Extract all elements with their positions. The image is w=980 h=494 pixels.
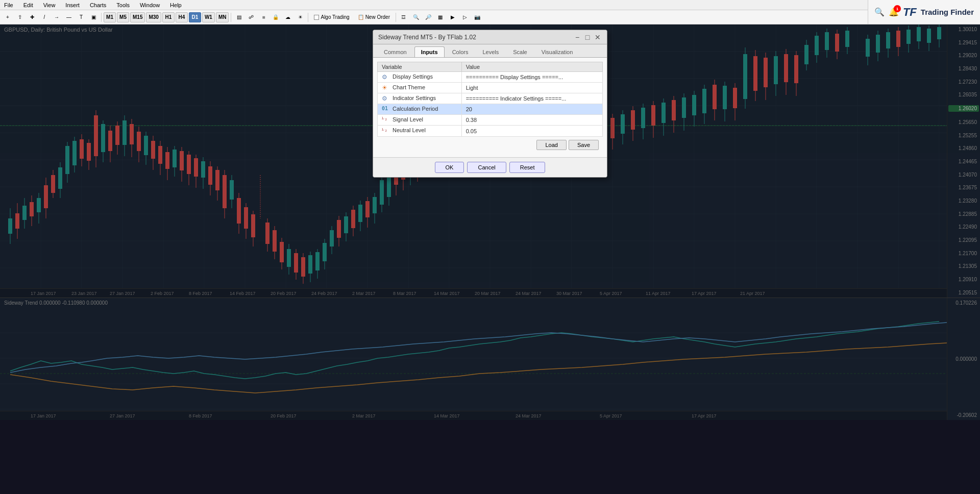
val-chart-theme: Light [461, 83, 602, 93]
menu-view[interactable]: View [41, 2, 58, 8]
tf-m5[interactable]: M5 [117, 12, 129, 22]
new-chart-btn[interactable]: + [2, 12, 13, 23]
sep3 [308, 13, 308, 22]
new-order-label: New Order [365, 14, 390, 20]
var-display-settings: ⚙ Display Settings [378, 72, 462, 83]
zoom-in-btn[interactable]: 🔍 [410, 12, 422, 23]
tab-levels[interactable]: Levels [476, 46, 505, 57]
modal-minimize-btn[interactable]: − [573, 33, 581, 41]
scroll-btn[interactable]: ▶ [447, 12, 458, 23]
modal-controls: − □ ✕ [573, 33, 602, 41]
col-value: Value [461, 62, 602, 72]
tf-m15[interactable]: M15 [130, 12, 145, 22]
tf-m30[interactable]: M30 [146, 12, 161, 22]
var-signal-level: ⅟₂ Signal Level [378, 115, 462, 126]
table-row[interactable]: ⅟₂ Signal Level 0.38 [378, 115, 603, 126]
color-btn[interactable]: ■ [258, 12, 269, 23]
val-signal-level: 0.38 [461, 115, 602, 126]
logo-text: Trading Finder [921, 8, 974, 16]
calc-icon: 01 [382, 106, 389, 113]
table-row[interactable]: ☀ Chart Theme Light [378, 83, 603, 93]
scroll2-btn[interactable]: ▷ [459, 12, 471, 23]
var-indicator-settings: ⚙ Indicator Settings [378, 93, 462, 104]
menu-edit[interactable]: Edit [21, 2, 35, 8]
menu-help[interactable]: Help [168, 2, 184, 8]
algo-trading-btn[interactable]: Algo Trading [310, 12, 353, 23]
sep4 [396, 13, 396, 22]
menu-insert[interactable]: Insert [63, 2, 82, 8]
menu-window[interactable]: Window [138, 2, 162, 8]
line-btn[interactable]: / [39, 12, 50, 23]
history-btn[interactable]: ☲ [398, 12, 409, 23]
sep2 [231, 13, 231, 22]
signal-icon: ⅟₂ [382, 116, 389, 124]
tab-inputs[interactable]: Inputs [414, 46, 445, 57]
menu-bar: File Edit View Insert Charts Tools Windo… [0, 0, 980, 10]
tf-h1[interactable]: H1 [162, 12, 175, 22]
notification-icon[interactable]: 🔔 1 [889, 7, 899, 17]
crosshair-btn[interactable]: ✚ [27, 12, 38, 23]
ok-button[interactable]: OK [435, 162, 464, 173]
menu-file[interactable]: File [2, 2, 15, 8]
ray-btn[interactable]: → [51, 12, 62, 23]
new-order-icon: 📋 [358, 14, 364, 20]
var-calc-period: 01 Calculation Period [378, 104, 462, 115]
menu-charts[interactable]: Charts [88, 2, 108, 8]
screenshot-btn[interactable]: 📷 [472, 12, 483, 23]
theme-icon: ☀ [382, 84, 389, 91]
val-indicator-settings: ========== Indicator Settings =====... [461, 93, 602, 104]
tf-h4[interactable]: H4 [176, 12, 188, 22]
settings-icon-1: ⚙ [382, 73, 389, 81]
cloud-btn[interactable]: ☁ [282, 12, 293, 23]
algo-label: Algo Trading [321, 14, 349, 20]
settings-icon-2: ⚙ [382, 95, 389, 102]
search-icon[interactable]: 🔍 [874, 7, 885, 17]
tf-m1[interactable]: M1 [104, 12, 116, 22]
val-neutral-level: 0.05 [461, 126, 602, 136]
logo-area: 🔍 🔔 1 TF Trading Finder [868, 0, 980, 24]
col-variable: Variable [378, 62, 462, 72]
modal-title-bar: Sideway Trend MT5 - By TFlab 1.02 − □ ✕ [373, 30, 607, 44]
sep1 [101, 13, 102, 22]
table-row[interactable]: ⚙ Display Settings ========== Display Se… [378, 72, 603, 83]
modal-close-btn[interactable]: ✕ [594, 33, 602, 41]
modal-actions: Load Save [377, 137, 603, 153]
tf-d1[interactable]: D1 [189, 12, 201, 22]
tab-visualization[interactable]: Visualization [535, 46, 580, 57]
modal-dialog: Sideway Trend MT5 - By TFlab 1.02 − □ ✕ … [373, 30, 607, 178]
chart-type-btn[interactable]: ▤ [233, 12, 244, 23]
zoom-out-btn[interactable]: 🔎 [423, 12, 434, 23]
cloud2-btn[interactable]: ☀ [295, 12, 306, 23]
menu-tools[interactable]: Tools [114, 2, 132, 8]
save-button[interactable]: Save [569, 140, 599, 150]
tab-scale[interactable]: Scale [506, 46, 534, 57]
load-button[interactable]: Load [536, 140, 566, 150]
text-btn[interactable]: T [76, 12, 87, 23]
tab-colors[interactable]: Colors [446, 46, 475, 57]
table-row[interactable]: ⚙ Indicator Settings ========== Indicato… [378, 93, 603, 104]
lock-btn[interactable]: 🔒 [270, 12, 281, 23]
table-row-selected[interactable]: 01 Calculation Period 20 [378, 104, 603, 115]
modal-overlay: Sideway Trend MT5 - By TFlab 1.02 − □ ✕ … [0, 24, 980, 494]
algo-checkbox [314, 15, 319, 20]
tpl-btn[interactable]: ☍ [246, 12, 257, 23]
grid-btn[interactable]: ▦ [435, 12, 446, 23]
tab-common[interactable]: Common [377, 46, 413, 57]
objects-btn[interactable]: ▣ [88, 12, 99, 23]
var-neutral-level: ⅟₂ Neutral Level [378, 126, 462, 136]
table-row[interactable]: ⅟₂ Neutral Level 0.05 [378, 126, 603, 136]
modal-footer: OK Cancel Reset [373, 157, 607, 177]
neutral-icon: ⅟₂ [382, 128, 389, 135]
param-table: Variable Value ⚙ Display Settings ======… [377, 62, 603, 137]
cursor-btn[interactable]: ⇧ [14, 12, 26, 23]
cancel-button[interactable]: Cancel [467, 162, 506, 173]
val-display-settings: ========== Display Settings =====... [461, 72, 602, 83]
hline-btn[interactable]: — [63, 12, 75, 23]
val-calc-period: 20 [461, 104, 602, 115]
new-order-btn[interactable]: 📋 New Order [354, 12, 394, 23]
modal-maximize-btn[interactable]: □ [583, 33, 592, 41]
modal-title: Sideway Trend MT5 - By TFlab 1.02 [378, 34, 476, 41]
reset-button[interactable]: Reset [509, 162, 546, 173]
tf-w1[interactable]: W1 [202, 12, 215, 22]
tf-mn[interactable]: MN [216, 12, 229, 22]
